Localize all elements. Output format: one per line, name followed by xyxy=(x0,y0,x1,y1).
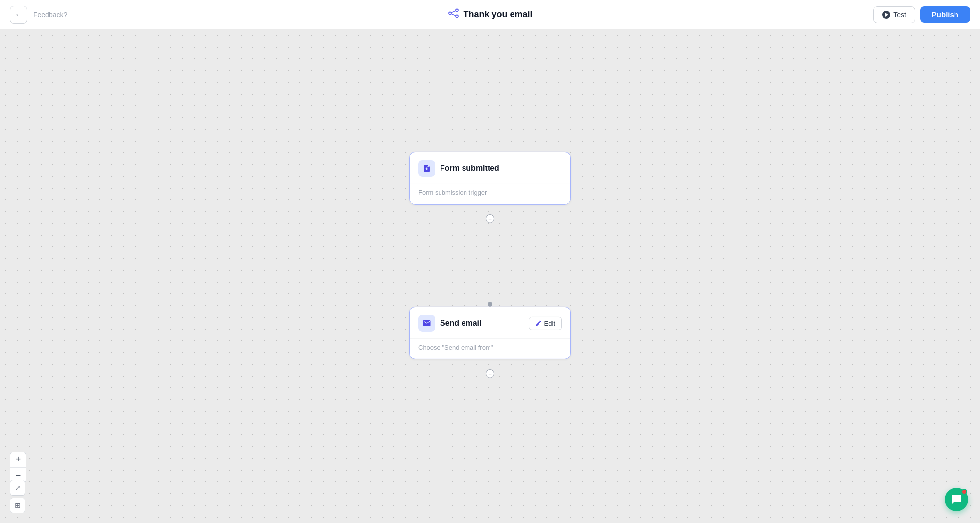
node1-subtitle: Form submission trigger xyxy=(410,184,570,204)
header-left: ← Feedback? xyxy=(10,6,67,24)
flow-container: Form submitted Form submission trigger +… xyxy=(409,152,571,378)
connector-top: + xyxy=(486,205,494,307)
line-middle xyxy=(490,223,490,302)
svg-line-4 xyxy=(451,14,456,16)
form-submitted-node[interactable]: Form submitted Form submission trigger xyxy=(409,152,571,205)
add-step-bottom-button[interactable]: + xyxy=(486,369,494,378)
fit-view-button[interactable]: ⤢ xyxy=(10,480,25,496)
header-right: Test Publish xyxy=(873,6,970,23)
svg-point-0 xyxy=(449,12,451,15)
grid-button[interactable]: ⊞ xyxy=(10,498,25,513)
test-label: Test xyxy=(893,11,906,19)
header-center: Thank you email xyxy=(447,7,532,22)
workflow-icon xyxy=(447,7,459,22)
node2-header: Send email Edit xyxy=(410,307,570,338)
test-button[interactable]: Test xyxy=(873,6,915,23)
add-step-top-button[interactable]: + xyxy=(486,214,494,223)
form-download-icon xyxy=(418,160,435,177)
header: ← Feedback? Thank you email Test Publish xyxy=(0,0,980,29)
svg-point-2 xyxy=(456,15,458,18)
node-connector-dot xyxy=(488,302,492,307)
chat-notification-dot xyxy=(961,489,967,495)
svg-line-3 xyxy=(451,11,456,13)
line-top xyxy=(490,205,490,214)
back-icon: ← xyxy=(15,10,23,19)
zoom-controls: + − xyxy=(10,452,26,484)
connector-bottom: + xyxy=(486,359,494,378)
edit-button[interactable]: Edit xyxy=(529,316,562,330)
svg-point-1 xyxy=(456,9,458,12)
extra-controls: ⤢ ⊞ xyxy=(10,480,25,513)
publish-button[interactable]: Publish xyxy=(920,6,970,23)
email-icon xyxy=(418,315,435,332)
back-button[interactable]: ← xyxy=(10,6,27,24)
zoom-in-button[interactable]: + xyxy=(10,452,26,468)
send-email-node[interactable]: Send email Edit Choose "Send email from" xyxy=(409,307,571,359)
play-icon xyxy=(882,11,890,19)
node2-subtitle: Choose "Send email from" xyxy=(410,338,570,359)
chat-bubble[interactable] xyxy=(945,488,968,511)
node1-title: Form submitted xyxy=(440,164,499,173)
line-bottom-top xyxy=(490,359,490,369)
feedback-text: Feedback? xyxy=(33,11,67,19)
edit-label: Edit xyxy=(544,319,555,327)
node1-header: Form submitted xyxy=(410,152,570,184)
canvas: Form submitted Form submission trigger +… xyxy=(0,29,980,523)
node2-title: Send email xyxy=(440,319,481,328)
page-title: Thank you email xyxy=(463,9,532,20)
